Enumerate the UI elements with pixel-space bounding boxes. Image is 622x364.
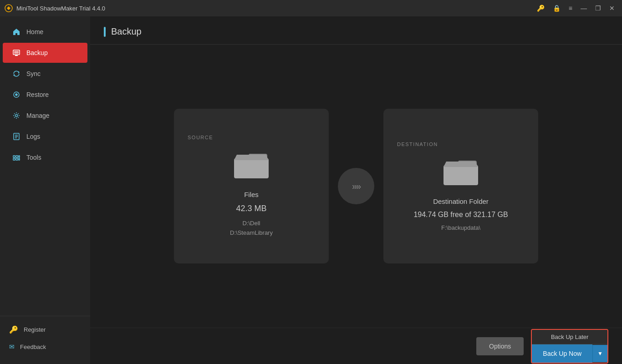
backup-now-group: Back Up Later Back Up Now ▼ <box>531 329 608 364</box>
sidebar-item-sync[interactable]: Sync <box>3 64 87 84</box>
menu-icon[interactable]: ≡ <box>566 3 575 14</box>
sidebar-label-tools: Tools <box>26 154 41 161</box>
sidebar-item-home[interactable]: Home <box>3 22 87 42</box>
destination-free: 194.74 GB free of 321.17 GB <box>413 211 508 219</box>
back-up-now-button[interactable]: Back Up Now <box>532 344 592 363</box>
sidebar-item-feedback[interactable]: ✉ Feedback <box>3 339 87 355</box>
close-button[interactable]: ✕ <box>607 3 617 14</box>
dropdown-arrow-icon: ▼ <box>597 350 603 357</box>
svg-rect-3 <box>15 55 18 56</box>
restore-button[interactable]: ❐ <box>592 3 604 14</box>
svg-rect-14 <box>16 158 18 160</box>
page-title: Backup <box>111 26 142 37</box>
page-header: Backup <box>90 16 622 45</box>
destination-card[interactable]: DESTINATION Destination Folder 194.74 GB… <box>383 109 538 263</box>
source-name: Files <box>244 191 259 198</box>
arrow-connector: »» <box>338 168 374 204</box>
backup-icon <box>12 48 21 57</box>
svg-point-6 <box>15 115 18 117</box>
sidebar-item-logs[interactable]: Logs <box>3 126 87 147</box>
sidebar-item-tools[interactable]: Tools <box>3 147 87 167</box>
destination-label: DESTINATION <box>397 142 438 147</box>
lock-icon[interactable]: 🔒 <box>550 3 563 14</box>
app-logo-icon <box>5 4 13 12</box>
svg-rect-15 <box>19 156 20 157</box>
minimize-button[interactable]: — <box>578 3 590 14</box>
main-content: Backup SOURCE Files 42.3 MB <box>90 16 622 364</box>
titlebar-controls: 🔑 🔒 ≡ — ❐ ✕ <box>534 3 617 14</box>
register-label: Register <box>24 326 46 333</box>
sidebar-nav: Home Backup <box>0 16 90 316</box>
svg-point-5 <box>15 94 17 96</box>
header-accent-bar <box>104 27 106 37</box>
svg-rect-16 <box>19 158 20 160</box>
source-size: 42.3 MB <box>236 204 266 213</box>
source-folder-icon <box>233 150 270 182</box>
restore-icon <box>12 90 21 99</box>
tools-icon <box>12 153 21 162</box>
app-body: Home Backup <box>0 16 622 364</box>
feedback-envelope-icon: ✉ <box>9 343 15 350</box>
bottom-action-bar: Options Back Up Later Back Up Now ▼ <box>90 328 622 364</box>
svg-rect-12 <box>16 156 18 157</box>
sidebar-item-restore[interactable]: Restore <box>3 85 87 105</box>
source-label: SOURCE <box>188 135 213 140</box>
manage-icon <box>12 111 21 120</box>
sidebar-item-register[interactable]: 🔑 Register <box>3 321 87 339</box>
sidebar-item-backup[interactable]: Backup <box>3 43 87 63</box>
sidebar-label-backup: Backup <box>26 49 48 56</box>
options-button[interactable]: Options <box>476 337 524 355</box>
feedback-label: Feedback <box>20 344 46 350</box>
arrow-icon: »» <box>352 181 360 192</box>
svg-rect-13 <box>13 158 15 160</box>
svg-rect-11 <box>13 156 15 157</box>
sidebar-label-home: Home <box>26 28 43 35</box>
source-card[interactable]: SOURCE Files 42.3 MB D:\DellD:\SteamLibr… <box>174 109 329 263</box>
source-paths: D:\DellD:\SteamLibrary <box>230 219 273 238</box>
sidebar: Home Backup <box>0 16 90 364</box>
backup-area: SOURCE Files 42.3 MB D:\DellD:\SteamLibr… <box>90 45 622 328</box>
destination-name: Destination Folder <box>433 197 489 205</box>
sync-icon <box>12 69 21 78</box>
sidebar-label-manage: Manage <box>26 112 50 119</box>
sidebar-label-restore: Restore <box>26 91 49 98</box>
svg-rect-2 <box>14 51 19 54</box>
logs-icon <box>12 132 21 141</box>
app-title: MiniTool ShadowMaker Trial 4.4.0 <box>16 5 105 12</box>
titlebar: MiniTool ShadowMaker Trial 4.4.0 🔑 🔒 ≡ —… <box>0 0 622 16</box>
register-key-icon: 🔑 <box>9 325 18 334</box>
destination-folder-icon <box>443 157 479 188</box>
backup-now-dropdown-button[interactable]: ▼ <box>592 345 607 362</box>
home-icon <box>12 27 21 36</box>
destination-path: F:\backupdata\ <box>441 224 480 231</box>
back-up-later-button[interactable]: Back Up Later <box>532 330 607 344</box>
sidebar-label-sync: Sync <box>26 70 41 77</box>
titlebar-left: MiniTool ShadowMaker Trial 4.4.0 <box>5 4 105 12</box>
sidebar-item-manage[interactable]: Manage <box>3 106 87 126</box>
sidebar-bottom: 🔑 Register ✉ Feedback <box>0 316 90 364</box>
sidebar-label-logs: Logs <box>26 133 40 140</box>
key-icon[interactable]: 🔑 <box>534 3 547 14</box>
backup-now-row: Back Up Now ▼ <box>532 344 607 363</box>
